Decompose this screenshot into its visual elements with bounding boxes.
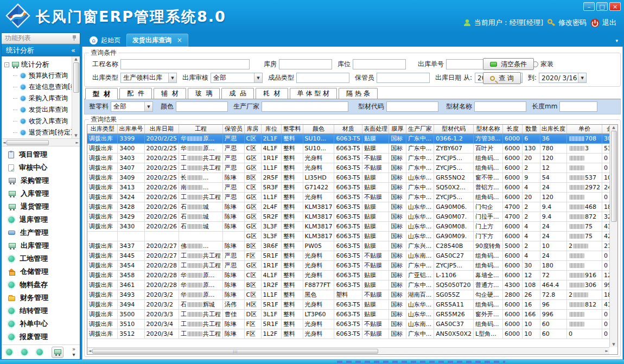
sidebar-item-物料盘存[interactable]: 物料盘存 bbox=[2, 278, 80, 291]
column-header[interactable]: 型材代码 bbox=[434, 125, 474, 133]
material-tab[interactable]: 玻 璃 bbox=[188, 88, 220, 99]
tab-close-icon[interactable]: × bbox=[177, 36, 182, 44]
length-input[interactable] bbox=[559, 101, 597, 112]
material-tab[interactable]: 型 材 bbox=[85, 88, 118, 100]
search-button[interactable]: 查 询 bbox=[483, 72, 521, 84]
sidebar-item-工地管理[interactable]: 工地管理 bbox=[2, 252, 80, 265]
table-row[interactable]: G区3L3F整料KLM38176063-T5贴膜国标山东华...GA90M09.… bbox=[87, 231, 617, 241]
column-header[interactable]: 生产厂家 bbox=[406, 125, 434, 133]
project-name-input[interactable] bbox=[120, 59, 250, 69]
column-header[interactable]: 单价 bbox=[566, 125, 602, 133]
scrollbar-thumb[interactable]: ||| bbox=[92, 349, 378, 354]
material-tab[interactable]: 隔 热 条 bbox=[339, 88, 378, 99]
dropdown-arrow-icon[interactable]: ▼ bbox=[144, 102, 152, 111]
table-row[interactable]: 调拨出库34292020/2/26石城陈琳G区5R2F整料KLM38176063… bbox=[87, 212, 617, 221]
scrollbar-thumb[interactable] bbox=[611, 131, 617, 222]
tree-item[interactable]: 收货入库查询 bbox=[4, 116, 72, 127]
expander-icon[interactable]: - bbox=[4, 62, 9, 67]
radio-jiazhuang[interactable]: 家装 bbox=[532, 60, 553, 69]
tree-item[interactable]: 预算执行查询 bbox=[4, 70, 72, 81]
sidebar-item-采购管理[interactable]: 采购管理 bbox=[2, 174, 80, 187]
tree-root-statistics[interactable]: - 统计分析 bbox=[4, 59, 72, 70]
cart-module-button[interactable] bbox=[52, 347, 63, 358]
column-header[interactable]: 型材名称 bbox=[474, 125, 503, 133]
profile-name-input[interactable] bbox=[474, 101, 526, 112]
column-header[interactable]: 出库日期 bbox=[144, 125, 179, 133]
tree-vertical-scrollbar[interactable]: ▲ ▼ bbox=[72, 56, 80, 138]
table-row[interactable]: 调拨出库34092020/2/25长...陈琳B区2R5F整料LI35HD606… bbox=[87, 173, 617, 182]
table-row[interactable]: 调拨出库34132020/2/26南...严思C区5R3F整料G71422606… bbox=[87, 182, 617, 192]
tree-horizontal-scrollbar[interactable]: ◄ ► bbox=[2, 139, 80, 146]
column-header[interactable]: 出库单号 bbox=[118, 125, 144, 133]
sidebar-item-退货管理[interactable]: 退货管理 bbox=[2, 200, 80, 213]
column-header[interactable]: 出库长度 bbox=[540, 125, 566, 133]
factory-input[interactable] bbox=[262, 101, 348, 112]
scroll-left-icon[interactable]: ◄ bbox=[3, 141, 5, 145]
sidebar-item-仓储管理[interactable]: 仓储管理 bbox=[2, 265, 80, 278]
date-to-picker[interactable]: 2020/ 3/16▼ bbox=[539, 73, 587, 83]
column-header[interactable]: 工程 bbox=[179, 125, 222, 133]
scroll-down-icon[interactable]: ▼ bbox=[612, 342, 615, 347]
material-tab[interactable]: 成 品 bbox=[221, 88, 254, 99]
module-dot-icon[interactable] bbox=[21, 349, 28, 355]
maximize-button[interactable]: □ bbox=[596, 2, 608, 11]
sidebar-item-项目管理[interactable]: 项目管理 bbox=[2, 148, 80, 161]
warehouse-input[interactable] bbox=[279, 59, 332, 69]
sidebar-item-结转管理[interactable]: 结转管理 bbox=[2, 304, 80, 317]
scroll-up-icon[interactable]: ▲ bbox=[74, 57, 77, 61]
tree-item[interactable]: 在途信息查询[待 bbox=[4, 81, 72, 93]
material-tab[interactable]: 配 件 bbox=[119, 88, 152, 99]
sidebar-item-出库管理[interactable]: 出库管理 bbox=[2, 239, 80, 252]
column-header[interactable]: 表面处理 bbox=[362, 125, 389, 133]
clear-conditions-button[interactable]: 清空条件 bbox=[483, 58, 534, 70]
table-row[interactable]: 调拨出库34002020/2/25华原...严思C区4L1F整料SU10...6… bbox=[87, 143, 617, 153]
table-row[interactable]: 调拨出库34282020/2/26石城陈琳G区2L4F整料KLM38176063… bbox=[87, 202, 617, 212]
table-row[interactable]: 调拨出库34372020/2/27佛...陈琳B区3R6F整料PW056063-… bbox=[87, 241, 617, 251]
sidebar-item-报废管理[interactable]: 报废管理 bbox=[2, 330, 80, 343]
logout-button[interactable]: 退出 bbox=[590, 18, 616, 28]
table-row[interactable]: 调拨出库34242020/2/26工共工程严思G区1L1F整料光身料6063-T… bbox=[87, 192, 617, 202]
scrollbar-thumb[interactable] bbox=[7, 140, 49, 145]
column-header[interactable]: 颜色 bbox=[303, 125, 334, 133]
column-header[interactable]: 膜厚 bbox=[389, 125, 406, 133]
column-header[interactable]: 长度 bbox=[503, 125, 523, 133]
tab-home[interactable]: ⌂ 起始页 bbox=[84, 34, 126, 47]
table-row[interactable]: 调拨出库35122020/3/4工共工程陈琳F区1L2F整料光身料6063-T5… bbox=[87, 329, 617, 339]
scroll-up-icon[interactable]: ▲ bbox=[612, 125, 615, 130]
location-input[interactable] bbox=[353, 59, 406, 69]
module-dot-icon[interactable] bbox=[6, 349, 12, 355]
tree-item[interactable]: 发货出库查询 bbox=[4, 104, 72, 116]
product-type-input[interactable] bbox=[296, 73, 349, 83]
tab-overflow-icon[interactable]: ▾ bbox=[615, 38, 618, 43]
scroll-down-icon[interactable]: ▼ bbox=[74, 133, 77, 138]
scroll-left-icon[interactable]: ◄ bbox=[88, 349, 91, 353]
sidebar-item-入库管理[interactable]: 入库管理 bbox=[2, 187, 80, 200]
column-header[interactable]: 保管员 bbox=[222, 125, 244, 133]
table-row[interactable]: 调拨出库34932020/3/2华原...陈琳C区1L1F整料黑色塑料不贴膜国标… bbox=[87, 290, 617, 299]
module-dot-icon[interactable] bbox=[36, 349, 43, 355]
tree-item[interactable]: 退货查询[待定] bbox=[4, 127, 72, 138]
column-header[interactable]: 出库类型 bbox=[87, 125, 118, 133]
table-row[interactable]: 调拨出库34072020/2/25工共工程严思G区1L1F整料光身料6063-T… bbox=[87, 163, 617, 173]
column-header[interactable]: 库房 bbox=[244, 125, 261, 133]
table-row[interactable]: 调拨出库35102020/3/4工共工程陈琳F区5R1F整料光身料6063-T5… bbox=[87, 319, 617, 329]
table-row[interactable]: 调拨出库34942020/3/2石辉城汤伟H区5R1F整料光身料6063-T5贴… bbox=[87, 299, 617, 309]
table-horizontal-scrollbar[interactable]: ◄ ||| ► bbox=[87, 347, 609, 354]
sidebar-item-审核中心[interactable]: 审核中心 bbox=[2, 161, 80, 174]
out-type-select[interactable]: 生产领料出库▼ bbox=[120, 73, 177, 83]
material-tab[interactable]: 单 体 型 材 bbox=[290, 88, 337, 99]
column-header[interactable]: 数量 bbox=[523, 125, 540, 133]
color-input[interactable] bbox=[176, 101, 228, 112]
table-row[interactable]: 调拨出库34032020/2/25工共工程严思G区1R1F整料光身料6063-T… bbox=[87, 153, 617, 163]
material-tab[interactable]: 耗 材 bbox=[256, 88, 288, 99]
sidebar-item-补单中心[interactable]: 补单中心 bbox=[2, 317, 80, 330]
sidebar-section-bar[interactable]: 统计分析 « bbox=[2, 44, 80, 56]
column-header[interactable]: 材质 bbox=[334, 125, 362, 133]
minimize-button[interactable]: – bbox=[583, 2, 595, 11]
more-options-button[interactable]: » ▾ bbox=[72, 347, 75, 357]
profile-code-input[interactable] bbox=[386, 101, 438, 112]
sidebar-item-财务管理[interactable]: 财务管理 bbox=[2, 291, 80, 304]
dropdown-arrow-icon[interactable]: ▼ bbox=[168, 73, 176, 82]
scroll-right-icon[interactable]: ► bbox=[606, 349, 608, 353]
table-row[interactable]: 调拨出库34302020/2/26石城陈琳G区3L3F整料KLM38176063… bbox=[87, 221, 617, 231]
